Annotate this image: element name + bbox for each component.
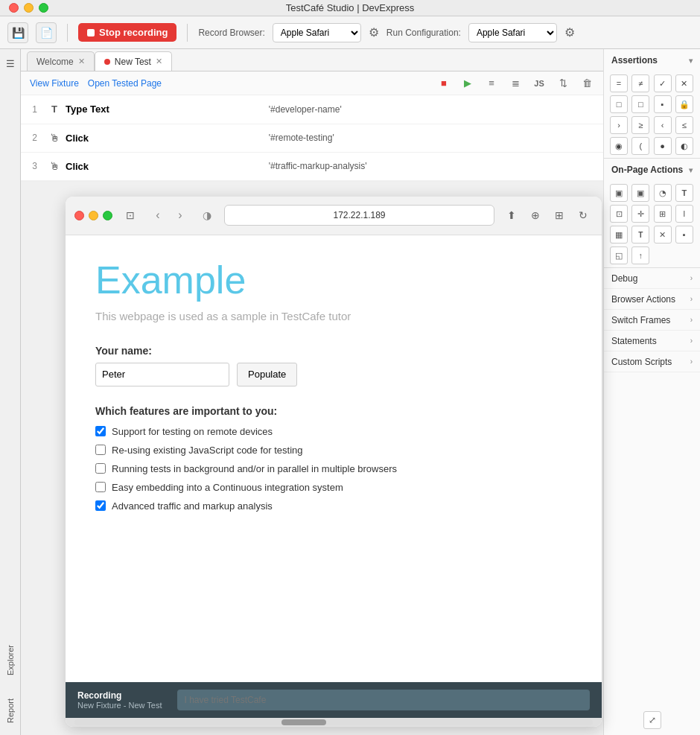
tabs-icon[interactable]: ⊞	[550, 206, 569, 225]
run-settings-icon[interactable]: ⚙	[564, 25, 575, 39]
new-tab-icon[interactable]: ⊕	[526, 206, 545, 225]
save-button[interactable]: 💾	[7, 22, 28, 43]
stop-icon-btn[interactable]: ■	[436, 76, 451, 91]
browser-close-dot[interactable]	[74, 211, 84, 220]
js-icon-btn[interactable]: JS	[532, 76, 547, 91]
stop-recording-button[interactable]: Stop recording	[78, 23, 176, 42]
tab-welcome[interactable]: Welcome ✕	[27, 51, 95, 71]
assert-gt-btn[interactable]: ›	[610, 116, 628, 134]
reload-icon[interactable]: ↻	[573, 206, 593, 225]
assert-sqr-btn[interactable]: ▪	[654, 95, 672, 113]
run-icon-btn[interactable]: ▶	[460, 76, 475, 91]
run-config-select[interactable]: Apple Safari Google Chrome Firefox	[468, 23, 557, 42]
view-fixture-link[interactable]: View Fixture	[30, 78, 79, 89]
minimize-button[interactable]	[24, 3, 34, 13]
checkbox-1[interactable]	[95, 426, 106, 436]
back-button[interactable]: ‹	[148, 206, 168, 225]
url-bar[interactable]: 172.22.1.189	[224, 205, 494, 226]
checkbox-5[interactable]	[95, 500, 106, 511]
features-label: Which features are important to you:	[95, 405, 572, 417]
new-doc-button[interactable]: 📄	[36, 22, 57, 43]
onpage-btn-9[interactable]: ▦	[610, 226, 628, 244]
adjust-icon-btn[interactable]: ⇅	[556, 76, 570, 91]
custom-scripts-menu-item[interactable]: Custom Scripts ›	[604, 351, 700, 372]
recording-bar: Recording New Fixture - New Test	[66, 682, 602, 718]
assert-ok-btn[interactable]: ✓	[654, 74, 672, 92]
sidebar-top-icon[interactable]: ☰	[2, 55, 19, 71]
onpage-btn-10[interactable]: T	[631, 226, 649, 244]
steps-container: 1 T Type Text '#developer-name' 2 🖱 Clic…	[21, 95, 603, 182]
populate-button[interactable]: Populate	[237, 363, 297, 386]
record-browser-label: Record Browser:	[198, 28, 264, 38]
assert-lock-btn[interactable]: 🔒	[675, 95, 693, 113]
assert-rect2-btn[interactable]: □	[631, 95, 649, 113]
onpage-btn-12[interactable]: ▪	[675, 226, 693, 244]
open-tested-page-link[interactable]: Open Tested Page	[88, 78, 162, 89]
onpage-btn-13[interactable]: ◱	[610, 246, 628, 264]
onpage-btn-2[interactable]: ▣	[631, 184, 649, 202]
onpage-btn-5[interactable]: ⊡	[610, 205, 628, 223]
assert-radio-btn[interactable]: ◉	[610, 137, 628, 155]
onpage-btn-3[interactable]: ◔	[654, 184, 672, 202]
tab-welcome-close[interactable]: ✕	[78, 57, 85, 66]
onpage-btn-7[interactable]: ⊞	[654, 205, 672, 223]
assert-lte-btn[interactable]: ≤	[675, 116, 693, 134]
checkbox-row-2: Re-using existing JavaScript code for te…	[95, 445, 572, 456]
onpage-btn-11[interactable]: ✕	[654, 226, 672, 244]
list-icon-btn[interactable]: ≡	[484, 76, 499, 91]
explorer-label[interactable]: Explorer	[6, 645, 15, 675]
browser-sidebar-btn[interactable]: ⊡	[120, 206, 141, 225]
assert-lt-btn[interactable]: ‹	[654, 116, 672, 134]
record-settings-icon[interactable]: ⚙	[369, 25, 379, 39]
forward-button[interactable]: ›	[171, 206, 190, 225]
share-icon[interactable]: ⬆	[502, 206, 521, 225]
assert-half-btn[interactable]: ◐	[675, 137, 693, 155]
assert-paren-btn[interactable]: (	[631, 137, 649, 155]
horizontal-scrollbar[interactable]	[74, 719, 593, 725]
onpage-btn-1[interactable]: ▣	[610, 184, 628, 202]
list2-icon-btn[interactable]: ≣	[508, 76, 523, 91]
window-controls[interactable]	[9, 3, 48, 13]
tab-new-test-close[interactable]: ✕	[156, 57, 162, 66]
switch-frames-menu-item[interactable]: Switch Frames ›	[604, 310, 700, 331]
debug-menu-item[interactable]: Debug ›	[604, 268, 700, 289]
browser-actions-label: Browser Actions	[611, 294, 675, 305]
assert-rect-btn[interactable]: □	[610, 95, 628, 113]
tab-new-test[interactable]: New Test ✕	[95, 51, 172, 71]
table-row[interactable]: 2 🖱 Click '#remote-testing'	[21, 124, 603, 152]
record-browser-select[interactable]: Apple Safari Google Chrome Firefox	[273, 23, 361, 42]
step-target-1: '#developer-name'	[269, 95, 603, 124]
assertions-header[interactable]: Assertions ▾	[604, 49, 700, 71]
statements-arrow-icon: ›	[690, 337, 693, 345]
close-button[interactable]	[9, 3, 19, 13]
checkbox-3[interactable]	[95, 463, 106, 474]
custom-scripts-arrow-icon: ›	[690, 357, 693, 366]
browser-min-dot[interactable]	[89, 211, 98, 220]
browser-max-dot[interactable]	[103, 211, 112, 220]
assert-eq-btn[interactable]: =	[610, 74, 628, 92]
checkbox-4[interactable]	[95, 482, 106, 492]
name-input[interactable]	[95, 363, 229, 386]
onpage-btn-4[interactable]: T	[675, 184, 693, 202]
onpage-btn-14[interactable]: ↑	[631, 246, 649, 264]
table-row[interactable]: 3 🖱 Click '#traffic-markup-analysis'	[21, 152, 603, 180]
assert-gte-btn[interactable]: ≥	[631, 116, 649, 134]
checkbox-2[interactable]	[95, 445, 106, 455]
expand-all-button[interactable]: ⤢	[643, 711, 661, 729]
checkbox-row-1: Support for testing on remote devices	[95, 426, 572, 437]
assert-neq-btn[interactable]: ≠	[631, 74, 649, 92]
browser-window: ⊡ ‹ › ◑ 172.22.1.189 ⬆ ⊕ ⊞ ↻	[66, 197, 602, 727]
statements-menu-item[interactable]: Statements ›	[604, 331, 700, 351]
onpage-btn-8[interactable]: I	[675, 205, 693, 223]
report-label[interactable]: Report	[6, 699, 15, 723]
recording-input[interactable]	[177, 690, 591, 710]
assert-notok-btn[interactable]: ✕	[675, 74, 693, 92]
maximize-button[interactable]	[39, 3, 48, 13]
on-page-actions-header[interactable]: On-Page Actions ▾	[604, 159, 700, 181]
scroll-thumb[interactable]	[281, 719, 326, 725]
assert-dot-btn[interactable]: ●	[654, 137, 672, 155]
delete-icon-btn[interactable]: 🗑	[579, 76, 594, 91]
table-row[interactable]: 1 T Type Text '#developer-name'	[21, 95, 603, 124]
onpage-btn-6[interactable]: ✛	[631, 205, 649, 223]
browser-actions-menu-item[interactable]: Browser Actions ›	[604, 289, 700, 310]
